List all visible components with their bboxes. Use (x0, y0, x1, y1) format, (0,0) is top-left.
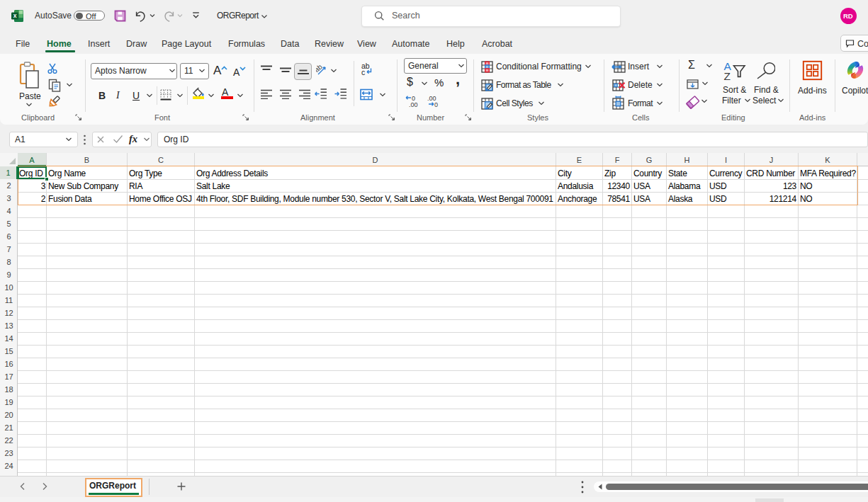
svg-text:0: 0 (434, 101, 438, 108)
svg-text:c: c (361, 68, 365, 76)
svg-text:Z: Z (724, 70, 731, 81)
svg-text:x: x (13, 12, 17, 19)
svg-text:.00: .00 (409, 101, 418, 108)
